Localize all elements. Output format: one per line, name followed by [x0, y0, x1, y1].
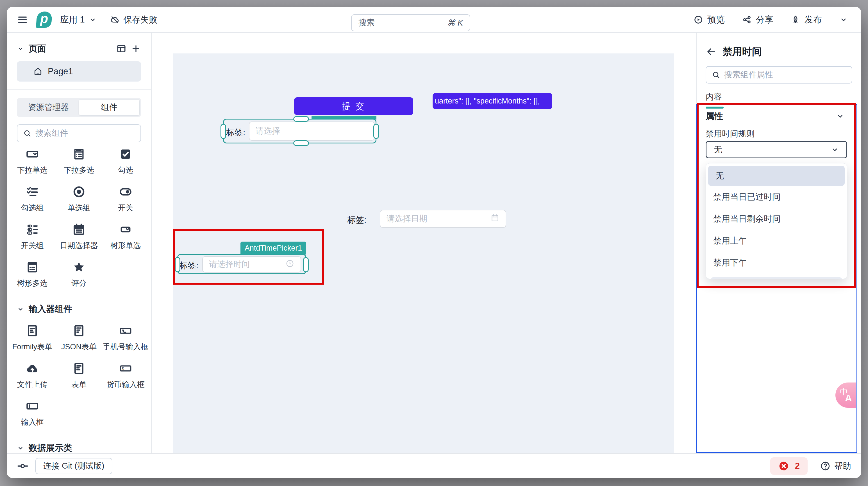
- sidebar-tabs: 资源管理器 组件: [17, 98, 141, 117]
- app-name: 应用 1: [60, 14, 85, 26]
- select-component-tag: [312, 116, 376, 119]
- search-icon: [23, 129, 31, 138]
- component-item[interactable]: 下拉多选: [56, 144, 102, 182]
- chevron-down-icon: [17, 445, 24, 452]
- checkbox-icon: [119, 147, 132, 161]
- input-box-icon: [26, 399, 39, 413]
- resize-handle-left[interactable]: [220, 124, 226, 139]
- tab-content[interactable]: 内容: [706, 91, 722, 103]
- sidebar-item-page1[interactable]: Page1: [17, 61, 141, 82]
- radio-icon: [72, 185, 86, 199]
- status-bar: 连接 Git (测试版) 2 帮助: [7, 453, 861, 478]
- component-item[interactable]: 单选组: [56, 182, 102, 219]
- component-item[interactable]: JSON表单: [56, 321, 102, 358]
- checklist-icon: [26, 185, 39, 199]
- component-search-placeholder: 搜索组件: [35, 128, 68, 139]
- json-doc-icon: [72, 324, 86, 338]
- form-doc-icon: [26, 324, 39, 338]
- chevron-down-icon: [89, 16, 97, 24]
- resize-handle-right[interactable]: [373, 124, 379, 139]
- upload-cloud-icon: [26, 362, 39, 375]
- left-sidebar: 页面 Page1 资源管理器 组件 搜索组件 下拉单选下拉多选勾选勾选组单选组开…: [7, 33, 152, 453]
- form-doc-icon: [72, 362, 86, 375]
- chevron-down-icon[interactable]: [17, 45, 24, 52]
- component-item[interactable]: 手机号输入框: [102, 321, 149, 358]
- component-item[interactable]: 树形多选: [9, 257, 56, 295]
- topbar-action-分享[interactable]: 分享: [742, 14, 773, 26]
- topbar-action-发布[interactable]: 发布: [791, 14, 822, 26]
- component-item[interactable]: 评分: [56, 257, 102, 295]
- search-icon: [712, 70, 720, 79]
- error-count-badge[interactable]: 2: [770, 457, 808, 475]
- layout-icon[interactable]: [116, 44, 126, 54]
- inspector-title: 禁用时间: [722, 45, 762, 58]
- home-icon: [33, 67, 43, 76]
- page-item-label: Page1: [48, 66, 73, 77]
- component-item[interactable]: 树形单选: [102, 219, 149, 257]
- resize-handle-top[interactable]: [293, 116, 309, 122]
- pages-section-header[interactable]: 页面: [17, 43, 141, 55]
- component-item[interactable]: $货币输入框: [102, 358, 149, 396]
- menu-icon[interactable]: [17, 14, 28, 25]
- git-branch-icon: [17, 460, 29, 472]
- component-item[interactable]: 下拉单选: [9, 144, 56, 182]
- chevron-down-icon: [17, 306, 24, 313]
- share-icon: [742, 15, 752, 25]
- component-group-header[interactable]: 数据展示类: [17, 442, 141, 453]
- calendar-icon: [72, 223, 86, 236]
- dropdown-single-icon: [26, 147, 39, 161]
- pages-section-title: 页面: [29, 43, 46, 55]
- component-item[interactable]: 勾选组: [9, 182, 56, 219]
- json-snippet-pill[interactable]: uarters": [], "specificMonths": [],: [433, 93, 552, 109]
- save-status: 保存失败: [110, 14, 157, 26]
- svg-text:$: $: [122, 366, 124, 371]
- phone-input-icon: [119, 324, 132, 338]
- date-field-label: 标签:: [347, 214, 366, 226]
- save-status-label: 保存失败: [124, 14, 157, 26]
- selected-select-component[interactable]: 标签: 请选择: [223, 119, 376, 143]
- component-item[interactable]: 输入框: [9, 396, 56, 434]
- tab-resource-manager[interactable]: 资源管理器: [18, 99, 79, 116]
- connect-git-button[interactable]: 连接 Git (测试版): [35, 458, 112, 474]
- dropdown-multi-icon: [72, 147, 86, 161]
- app-switcher[interactable]: 应用 1: [60, 14, 97, 26]
- resize-handle-bottom[interactable]: [293, 140, 309, 146]
- component-item[interactable]: 表单: [56, 358, 102, 396]
- calendar-input-icon: [491, 213, 499, 224]
- topbar-action-预览[interactable]: 预览: [693, 14, 725, 26]
- search-placeholder: 搜索: [359, 17, 375, 28]
- component-item[interactable]: 开关组: [9, 219, 56, 257]
- component-item[interactable]: 勾选: [102, 144, 149, 182]
- tree-multi-icon: [26, 260, 39, 274]
- submit-button[interactable]: 提 交: [294, 97, 413, 115]
- chevron-down-icon[interactable]: [839, 16, 848, 24]
- date-input-placeholder: 请选择日期: [386, 213, 427, 224]
- plus-icon[interactable]: [131, 44, 141, 54]
- play-circle-icon: [693, 15, 703, 25]
- annotation-box-inspector: [696, 103, 856, 288]
- property-search-input[interactable]: 搜索组件属性: [706, 66, 852, 84]
- rocket-icon: [791, 15, 800, 25]
- global-search-input[interactable]: 搜索 ⌘ K: [351, 15, 470, 31]
- star-icon: [72, 260, 86, 274]
- help-label: 帮助: [834, 460, 851, 472]
- component-group-header[interactable]: 输入器组件: [17, 303, 141, 315]
- help-button[interactable]: 帮助: [820, 460, 851, 472]
- component-search-input[interactable]: 搜索组件: [17, 124, 141, 142]
- error-count: 2: [795, 461, 800, 471]
- select-input[interactable]: 请选择: [249, 121, 375, 141]
- component-item[interactable]: Formily表单: [9, 321, 56, 358]
- component-item[interactable]: 文件上传: [9, 358, 56, 396]
- back-arrow-icon[interactable]: [706, 47, 716, 57]
- search-shortcut: ⌘ K: [447, 18, 463, 28]
- component-item[interactable]: 日期选择器: [56, 219, 102, 257]
- switch-group-icon: [26, 223, 39, 236]
- app-window: p 应用 1 保存失败 搜索 ⌘ K 预览分享发布 页面 Page1: [7, 7, 861, 478]
- component-item[interactable]: 开关: [102, 182, 149, 219]
- select-field-label: 标签:: [226, 127, 245, 138]
- tab-components[interactable]: 组件: [79, 99, 140, 116]
- date-input[interactable]: 请选择日期: [380, 210, 506, 228]
- tree-single-icon: [119, 223, 132, 236]
- right-inspector-panel: 禁用时间 搜索组件属性 内容 属性 禁用时间规则 无 无禁用当日已过时间禁用当日…: [696, 33, 861, 453]
- cloud-off-icon: [110, 15, 120, 25]
